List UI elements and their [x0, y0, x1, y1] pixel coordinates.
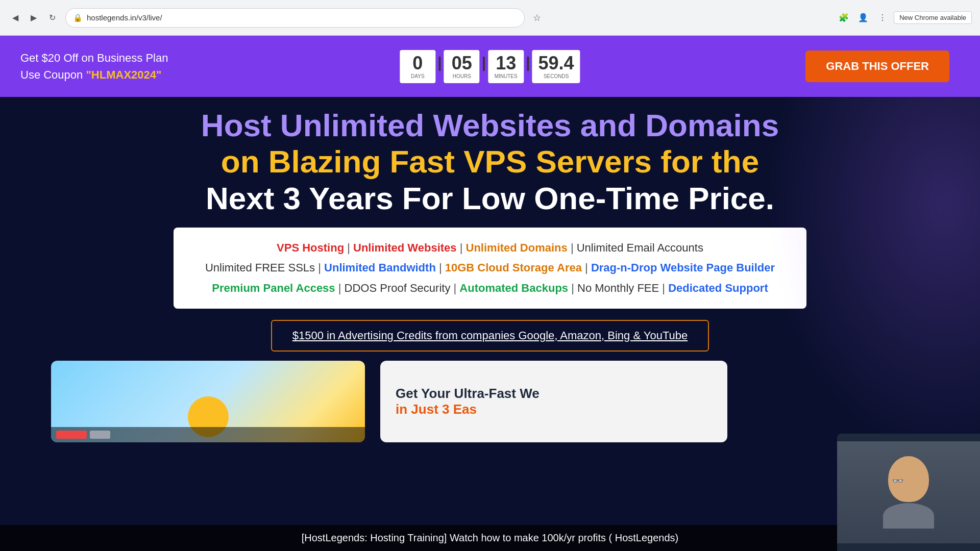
- feature-drag-drop: Drag-n-Drop Website Page Builder: [591, 261, 775, 274]
- feature-automated-backups: Automated Backups: [459, 282, 568, 294]
- hours-value: 05: [450, 54, 474, 72]
- minutes-label: MINUTES: [494, 73, 518, 79]
- promo-line1: Get $20 Off on Business Plan: [20, 49, 168, 66]
- progress-bar: [90, 431, 110, 439]
- ad-credits-text[interactable]: $1500 in Advertising Credits from compan…: [292, 329, 688, 342]
- minutes-value: 13: [494, 54, 518, 72]
- seconds-label: SECONDS: [538, 73, 574, 79]
- nav-buttons: ◀ ▶ ↻: [8, 11, 59, 25]
- menu-icon[interactable]: ⋮: [874, 10, 891, 26]
- features-row3: Premium Panel Access | DDOS Proof Securi…: [194, 278, 786, 298]
- main-content: Host Unlimited Websites and Domains on B…: [0, 97, 980, 551]
- feature-no-monthly-fee: No Monthly FEE: [577, 282, 659, 294]
- feature-dedicated-support: Dedicated Support: [668, 282, 768, 294]
- features-box: VPS Hosting | Unlimited Websites | Unlim…: [174, 228, 806, 309]
- countdown-sep2: |: [482, 54, 486, 71]
- browser-actions: 🧩 👤 ⋮ New Chrome available: [836, 10, 972, 26]
- profile-icon[interactable]: 👤: [855, 10, 871, 26]
- feature-cloud-storage: 10GB Cloud Storage Area: [445, 261, 582, 274]
- seconds-value: 59.4: [538, 54, 574, 72]
- bottom-video-label-bar: [HostLegends: Hosting Training] Watch ho…: [0, 525, 980, 551]
- right-info-card: Get Your Ultra-Fast We in Just 3 Eas: [380, 361, 727, 442]
- countdown-sep1: |: [437, 54, 442, 71]
- glasses-icon: 👓: [892, 475, 903, 487]
- hours-label: HOURS: [450, 73, 474, 79]
- extensions-icon[interactable]: 🧩: [836, 10, 852, 26]
- ad-credits-box: $1500 in Advertising Credits from compan…: [271, 320, 709, 352]
- countdown-hours: 05 HOURS: [444, 50, 480, 83]
- headline-section: Host Unlimited Websites and Domains on B…: [170, 107, 810, 216]
- new-chrome-banner[interactable]: New Chrome available: [894, 11, 972, 24]
- grab-offer-button[interactable]: GRAB THIS OFFER: [805, 51, 949, 82]
- reload-button[interactable]: ↻: [45, 11, 59, 25]
- feature-unlimited-bandwidth: Unlimited Bandwidth: [324, 261, 436, 274]
- browser-chrome: ◀ ▶ ↻ 🔒 hostlegends.in/v3/live/ ☆ 🧩 👤 ⋮ …: [0, 0, 980, 36]
- record-indicator: [56, 431, 87, 439]
- features-row1: VPS Hosting | Unlimited Websites | Unlim…: [194, 238, 786, 258]
- promo-line2: Use Coupon "HLMAX2024": [20, 66, 168, 83]
- bottom-video-label-text: [HostLegends: Hosting Training] Watch ho…: [302, 532, 679, 543]
- person-head: 👓: [888, 456, 929, 502]
- person-body: [883, 503, 934, 529]
- address-bar[interactable]: 🔒 hostlegends.in/v3/live/: [65, 8, 525, 28]
- feature-free-ssls: Unlimited FREE SSLs: [205, 261, 315, 274]
- back-button[interactable]: ◀: [8, 11, 22, 25]
- url-text: hostlegends.in/v3/live/: [87, 13, 162, 22]
- promo-coupon: "HLMAX2024": [86, 68, 161, 81]
- lock-icon: 🔒: [73, 13, 83, 22]
- left-video-placeholder[interactable]: [51, 361, 365, 442]
- person-video-overlay: 👓: [837, 434, 980, 551]
- right-card-subtitle: in Just 3 Eas: [396, 402, 712, 417]
- countdown-container: 0 DAYS | 05 HOURS | 13 MINUTES | 59.4 SE…: [400, 50, 580, 83]
- feature-vps-hosting: VPS Hosting: [277, 241, 344, 254]
- days-label: DAYS: [406, 73, 429, 79]
- countdown-sep3: |: [526, 54, 530, 71]
- person-figure: 👓: [883, 456, 934, 529]
- feature-premium-panel: Premium Panel Access: [212, 282, 335, 294]
- days-value: 0: [406, 54, 429, 72]
- headline-line1: Host Unlimited Websites and Domains: [201, 107, 779, 143]
- headline-line2: on Blazing Fast VPS Servers for the: [201, 143, 779, 180]
- promo-text: Get $20 Off on Business Plan Use Coupon …: [20, 49, 168, 83]
- bottom-section: Get Your Ultra-Fast We in Just 3 Eas: [0, 361, 980, 442]
- promo-banner: Get $20 Off on Business Plan Use Coupon …: [0, 36, 980, 97]
- feature-unlimited-email: Unlimited Email Accounts: [577, 241, 703, 254]
- feature-unlimited-websites: Unlimited Websites: [353, 241, 457, 254]
- countdown-seconds: 59.4 SECONDS: [532, 50, 580, 83]
- feature-unlimited-domains: Unlimited Domains: [466, 241, 568, 254]
- forward-button[interactable]: ▶: [27, 11, 41, 25]
- person-placeholder: 👓: [837, 441, 980, 543]
- countdown-days: 0 DAYS: [400, 50, 435, 83]
- right-card-title: Get Your Ultra-Fast We: [396, 386, 712, 402]
- headline-line3: Next 3 Years For Low One-Time Price.: [201, 180, 779, 216]
- features-row2: Unlimited FREE SSLs | Unlimited Bandwidt…: [194, 258, 786, 278]
- promo-line2-prefix: Use Coupon: [20, 68, 86, 81]
- video-controls-bar: [51, 427, 365, 442]
- bookmark-icon[interactable]: ☆: [533, 12, 541, 23]
- feature-ddos: DDOS Proof Security: [345, 282, 451, 294]
- countdown-minutes: 13 MINUTES: [488, 50, 524, 83]
